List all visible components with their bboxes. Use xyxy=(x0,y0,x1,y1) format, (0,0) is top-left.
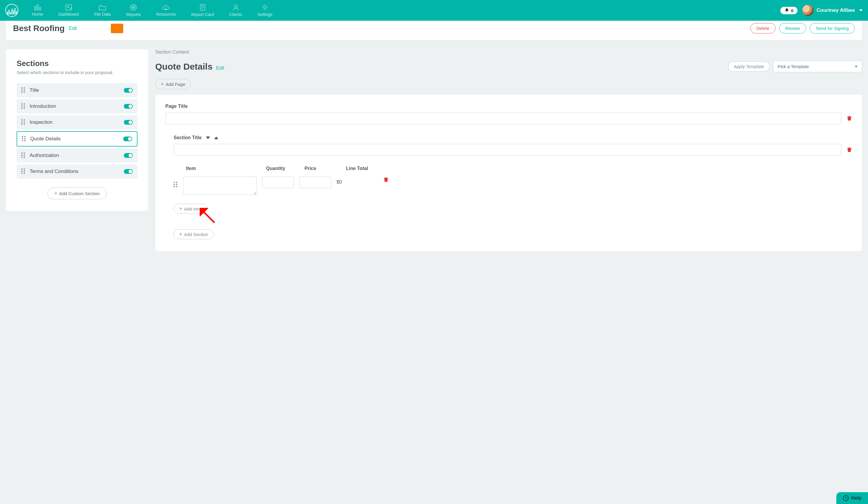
section-row-label: Authorization xyxy=(30,153,120,158)
delete-section-button[interactable] xyxy=(847,147,852,154)
nav-settings-label: Settings xyxy=(257,12,272,17)
add-custom-section-button[interactable]: + Add Custom Section xyxy=(48,187,106,199)
svg-rect-10 xyxy=(200,4,205,10)
delete-item-button[interactable] xyxy=(383,177,389,183)
sections-heading: Sections xyxy=(17,59,137,68)
move-down-icon[interactable] xyxy=(206,137,210,139)
drag-handle-icon[interactable] xyxy=(21,119,25,125)
nav-resources[interactable]: Resources xyxy=(148,0,184,21)
section-row-label: Inspection xyxy=(30,119,120,125)
page-title-label: Page Title xyxy=(165,104,852,109)
drag-handle-icon[interactable] xyxy=(21,153,25,158)
item-name-input[interactable] xyxy=(183,177,257,195)
col-qty: Quantity xyxy=(266,166,304,171)
add-section-button[interactable]: + Add Section xyxy=(174,229,214,239)
sections-list: TitleIntroductionInspectionQuote Details… xyxy=(17,83,137,179)
section-row[interactable]: Quote Details xyxy=(17,131,137,147)
trash-icon xyxy=(383,177,389,182)
nav-reportcard[interactable]: Report Card xyxy=(184,0,221,21)
item-qty-input[interactable] xyxy=(262,177,294,188)
col-price: Price xyxy=(304,166,346,171)
svg-point-8 xyxy=(133,7,134,8)
trash-icon xyxy=(847,115,852,121)
send-for-signing-button[interactable]: Send for Signing xyxy=(810,23,855,33)
nav-clients-label: Clients xyxy=(229,12,242,17)
section-content-label: Section Content xyxy=(155,50,862,55)
section-title-input[interactable] xyxy=(174,144,841,156)
section-row-label: Terms and Conditions xyxy=(30,168,120,175)
section-row[interactable]: Introduction xyxy=(17,99,137,113)
svg-rect-0 xyxy=(35,7,36,10)
chevron-down-icon xyxy=(855,66,858,67)
add-page-button[interactable]: + Add Page xyxy=(155,79,191,90)
nav-home-label: Home xyxy=(32,12,43,17)
svg-rect-2 xyxy=(39,8,41,10)
section-toggle[interactable] xyxy=(124,153,133,158)
nav-reports-label: Reports xyxy=(126,12,141,17)
nav-filedata[interactable]: File Data xyxy=(86,0,118,21)
review-button[interactable]: Review xyxy=(779,23,806,33)
nav-clients[interactable]: Clients xyxy=(221,0,250,21)
svg-rect-1 xyxy=(37,5,38,10)
section-toggle[interactable] xyxy=(124,104,133,109)
nav-resources-label: Resources xyxy=(156,12,176,17)
add-item-button[interactable]: + Add Item xyxy=(174,204,208,214)
drag-handle-icon[interactable] xyxy=(21,87,25,93)
section-toggle[interactable] xyxy=(124,88,133,93)
section-toggle[interactable] xyxy=(124,169,133,174)
items-header: Item Quantity Price Line Total xyxy=(186,166,852,171)
section-toggle[interactable] xyxy=(124,120,133,125)
nav-reports[interactable]: Reports xyxy=(118,0,148,21)
notifications-badge[interactable]: 0 xyxy=(780,7,797,14)
item-line-total: $0 xyxy=(337,177,378,185)
section-row-label: Quote Details xyxy=(30,136,119,142)
proposal-header: Best Roofing Edit Delete Review Send for… xyxy=(6,21,862,40)
plus-icon: + xyxy=(54,191,58,196)
drag-handle-icon[interactable] xyxy=(21,168,25,175)
delete-button[interactable]: Delete xyxy=(751,23,776,33)
nav-home[interactable]: Home xyxy=(24,0,51,21)
avatar xyxy=(802,5,814,16)
nav-items: Home Dashboard File Data Reports Resourc… xyxy=(24,0,280,21)
section-row-label: Introduction xyxy=(30,103,120,109)
template-select[interactable]: Pick a Template xyxy=(773,61,862,72)
edit-content-title-link[interactable]: Edit xyxy=(216,65,224,71)
nav-dashboard-label: Dashboard xyxy=(58,12,79,17)
add-section-label: Add Section xyxy=(184,232,208,237)
section-row[interactable]: Terms and Conditions xyxy=(17,164,137,179)
user-name: Courtney Allbee xyxy=(816,8,855,13)
move-up-icon[interactable] xyxy=(214,137,218,139)
template-select-value: Pick a Template xyxy=(778,64,809,69)
plus-icon: + xyxy=(179,206,183,211)
trash-icon xyxy=(847,147,852,153)
add-item-label: Add Item xyxy=(184,207,202,211)
nav-filedata-label: File Data xyxy=(94,12,111,17)
bell-icon xyxy=(784,8,789,13)
caret-down-icon xyxy=(859,10,863,11)
delete-page-button[interactable] xyxy=(847,115,852,122)
apply-template-button[interactable]: Apply Template xyxy=(728,61,769,72)
page-title-input[interactable] xyxy=(165,113,841,124)
section-toggle[interactable] xyxy=(123,137,132,141)
edit-title-link[interactable]: Edit xyxy=(69,26,77,31)
section-row-label: Title xyxy=(30,87,120,93)
page-card: Page Title Section Title xyxy=(155,95,862,251)
svg-point-15 xyxy=(264,6,266,9)
nav-settings[interactable]: Settings xyxy=(250,0,280,21)
nav-dashboard[interactable]: Dashboard xyxy=(51,0,86,21)
section-title-label: Section Title xyxy=(174,135,202,140)
drag-handle-icon[interactable] xyxy=(174,182,178,188)
app-logo[interactable] xyxy=(5,4,18,17)
plus-icon: + xyxy=(161,82,164,87)
drag-handle-icon[interactable] xyxy=(21,103,25,109)
section-row[interactable]: Inspection xyxy=(17,115,137,129)
section-row[interactable]: Authorization xyxy=(17,148,137,162)
user-menu[interactable]: Courtney Allbee xyxy=(802,5,863,16)
add-page-label: Add Page xyxy=(166,82,185,87)
drag-handle-icon[interactable] xyxy=(22,136,26,142)
sections-panel: Sections Select which sections to includ… xyxy=(6,50,148,211)
section-row[interactable]: Title xyxy=(17,83,137,97)
item-price-input[interactable] xyxy=(299,177,331,188)
col-total: Line Total xyxy=(346,166,852,171)
top-navbar: Home Dashboard File Data Reports Resourc… xyxy=(0,0,868,21)
